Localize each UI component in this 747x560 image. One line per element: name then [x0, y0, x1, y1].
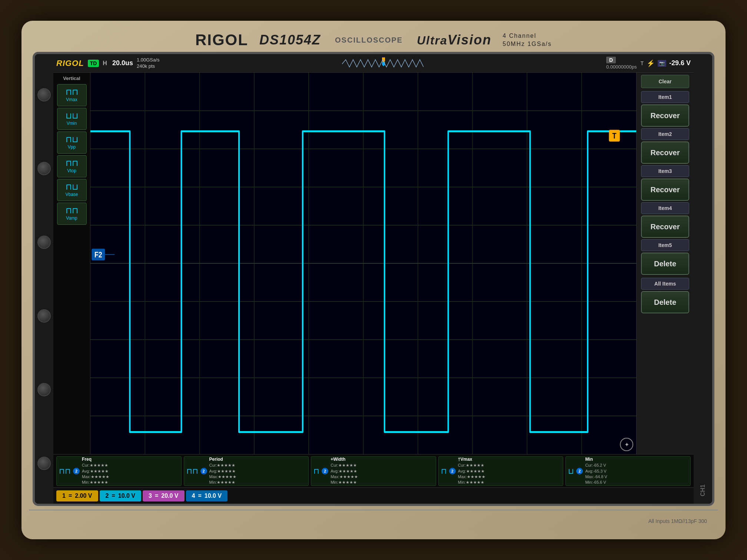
all-items-delete-button[interactable]: Delete	[641, 291, 689, 313]
clear-button[interactable]: Clear	[641, 75, 689, 88]
ch2-eq: =	[112, 493, 115, 499]
scope-label: OSCILLOSCOPE	[335, 36, 403, 44]
freq-icon: ⊓⊓	[59, 467, 71, 476]
knob-3[interactable]	[37, 236, 51, 249]
item3-label: Item3	[641, 165, 689, 177]
vmin-btn[interactable]: ⊔⊔ Vmin	[57, 108, 87, 130]
vertical-panel: Vertical ⊓⊓ Vmax ⊔⊔ Vmin ⊓⊔ Vpp ⊓⊓	[53, 73, 90, 454]
period-ch-badge: 2	[200, 468, 207, 474]
vbase-btn[interactable]: ⊓⊔ Vbase	[57, 179, 87, 201]
ch3-voltage: 20.0 V	[161, 493, 178, 499]
knob-4[interactable]	[37, 309, 51, 323]
brand-label: RIGOL	[195, 31, 248, 49]
bottom-text: All Inputs 1MΩ//13pF 300	[648, 518, 707, 524]
meas-width: ⊓ 2 +Width Cur:★★★★★ Avg:★★★★★ Max:★★★★★…	[311, 456, 436, 486]
item3-recover-button[interactable]: Recover	[641, 179, 689, 201]
ch4-eq: =	[198, 493, 201, 499]
osc-topbar: RIGOL TD H 20.0us 1.00GSa/s 240k pts	[53, 54, 694, 73]
vmax-btn[interactable]: ⊓⊓ Vmax	[57, 84, 87, 106]
item2-recover-button[interactable]: Recover	[641, 141, 689, 164]
h-label: H	[103, 60, 107, 67]
width-data: +Width Cur:★★★★★ Avg:★★★★★ Max:★★★★★ Min…	[331, 456, 358, 485]
item2-label: Item2	[641, 128, 689, 140]
knob-5[interactable]	[37, 383, 51, 396]
item4-recover-button[interactable]: Recover	[641, 216, 689, 238]
vmin-icon: ⊔⊔	[66, 112, 78, 120]
item1-label: Item1	[641, 91, 689, 103]
meas-period: ⊓⊓ 2 Period Cur:★★★★★ Avg:★★★★★ Max:★★★★…	[184, 456, 309, 486]
waveform-area: Vertical ⊓⊓ Vmax ⊔⊔ Vmin ⊓⊔ Vpp ⊓⊓	[53, 73, 694, 454]
knob-1[interactable]	[37, 88, 51, 101]
width-icon: ⊓	[313, 467, 319, 476]
item4-label: Item4	[641, 202, 689, 214]
ch2-voltage: 10.0 V	[118, 493, 135, 499]
vertical-label: Vertical	[63, 76, 80, 81]
vamp-icon: ⊓⊓	[66, 207, 78, 215]
channel-1[interactable]: 1 = 2.00 V	[56, 490, 98, 501]
right-panel: Clear Item1 Recover Item2 Recover Item3 …	[636, 73, 694, 454]
trigger-wave-svg	[342, 57, 424, 70]
ch2-num: 2	[106, 493, 109, 499]
vtop-btn[interactable]: ⊓⊓ Vtop	[57, 155, 87, 177]
vpp-label: Vpp	[68, 144, 76, 150]
t-badge-label: T	[640, 60, 644, 66]
ch1-num: 1	[62, 493, 66, 499]
min-ch-badge: 2	[576, 468, 583, 474]
vbase-label: Vbase	[65, 192, 78, 197]
main-display: RIGOL TD H 20.0us 1.00GSa/s 240k pts	[53, 54, 694, 504]
meas-min: ⊔ 2 Min Cur:-65.2 V Avg:-65.3 V Max:-64.…	[565, 456, 691, 486]
d-section: D 0.00000000ps	[606, 57, 637, 70]
model-label: DS1054Z	[259, 32, 321, 48]
svg-text:F2: F2	[94, 250, 102, 259]
item5-label: Item5	[641, 239, 689, 251]
oscilloscope-body: RIGOL DS1054Z OSCILLOSCOPE UltraVision 4…	[21, 21, 726, 539]
vmax-label: Vmax	[66, 97, 77, 102]
svg-marker-1	[382, 62, 385, 66]
period-data: Period Cur:★★★★★ Avg:★★★★★ Max:★★★★★ Min…	[209, 456, 237, 485]
screen-area: RIGOL TD H 20.0us 1.00GSa/s 240k pts	[33, 52, 714, 506]
item1-recover-button[interactable]: Recover	[641, 104, 689, 127]
width-ch-badge: 2	[322, 468, 328, 474]
channel-3[interactable]: 3 = 20.0 V	[143, 490, 185, 501]
nav-icon[interactable]: ✦	[620, 438, 633, 451]
sample-info: 1.00GSa/s 240k pts	[137, 57, 159, 70]
camera-icon: 📷	[658, 60, 666, 67]
ch3-eq: =	[155, 493, 158, 499]
tvmax-ch-badge: 2	[449, 468, 456, 474]
svg-text:T: T	[612, 131, 617, 140]
vbase-icon: ⊓⊔	[66, 183, 78, 191]
ch4-voltage: 10.0 V	[205, 493, 222, 499]
min-icon: ⊔	[568, 467, 574, 476]
ch1-eq: =	[69, 493, 72, 499]
vamp-label: Vamp	[66, 216, 77, 221]
waveform-svg: F2 T	[90, 73, 636, 454]
bottom-strip: All Inputs 1MΩ//13pF 300	[29, 510, 718, 532]
td-badge: TD	[88, 60, 99, 67]
vamp-btn[interactable]: ⊓⊓ Vamp	[57, 203, 87, 225]
min-data: Min Cur:-65.2 V Avg:-65.3 V Max:-64.8 V …	[585, 456, 607, 485]
specs: 4 Channel 50MHz 1GSa/s	[503, 32, 552, 49]
ch4-num: 4	[192, 493, 195, 499]
knob-6[interactable]	[37, 457, 51, 470]
oscilloscope-header: RIGOL DS1054Z OSCILLOSCOPE UltraVision 4…	[29, 28, 718, 52]
tvmax-data: †Vmax Cur:★★★★★ Avg:★★★★★ Max:★★★★★ Min:…	[458, 456, 485, 485]
d-badge: D	[606, 57, 616, 63]
knob-2[interactable]	[37, 162, 51, 175]
period-icon: ⊓⊓	[186, 467, 198, 476]
timescale: 20.0us	[112, 59, 133, 67]
trigger-area	[163, 57, 602, 70]
meas-freq: ⊓⊓ 2 Freq Cur:★★★★★ Avg:★★★★★ Max:★★★★★ …	[56, 456, 182, 486]
meas-tvmax: ⊓ 2 †Vmax Cur:★★★★★ Avg:★★★★★ Max:★★★★★ …	[438, 456, 564, 486]
all-items-label: All Items	[641, 278, 689, 290]
channel-4[interactable]: 4 = 10.0 V	[186, 490, 228, 501]
voltage-display: T ⚡ 📷 -29.6 V	[640, 59, 691, 67]
channel-2[interactable]: 2 = 10.0 V	[100, 490, 142, 501]
canvas-grid: F2 T ✦	[90, 73, 636, 454]
item5-delete-button[interactable]: Delete	[641, 253, 689, 275]
ch3-num: 3	[149, 493, 152, 499]
vision-brand: UltraVision	[417, 32, 492, 48]
freq-data: Freq Cur:★★★★★ Avg:★★★★★ Max:★★★★★ Min:★…	[82, 456, 109, 485]
ch1-voltage: 2.00 V	[75, 493, 92, 499]
measurements-bar: ⊓⊓ 2 Freq Cur:★★★★★ Avg:★★★★★ Max:★★★★★ …	[53, 454, 694, 487]
vpp-btn[interactable]: ⊓⊔ Vpp	[57, 131, 87, 154]
